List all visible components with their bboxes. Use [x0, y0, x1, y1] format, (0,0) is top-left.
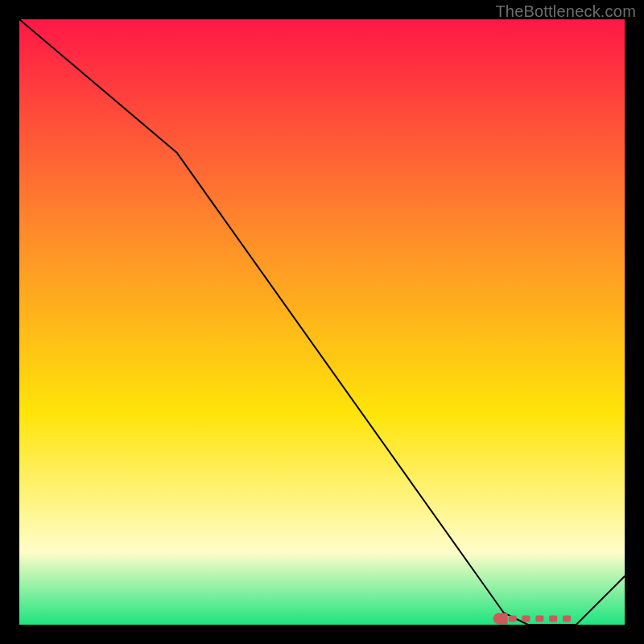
gradient-background — [19, 19, 625, 625]
svg-rect-0 — [509, 616, 517, 622]
svg-rect-1 — [522, 616, 530, 622]
plot-area — [19, 19, 625, 625]
watermark-text: TheBottleneck.com — [495, 2, 636, 21]
svg-rect-4 — [563, 616, 571, 622]
chart-container: TheBottleneck.com — [0, 0, 644, 644]
chart-svg — [19, 19, 625, 625]
svg-rect-3 — [549, 616, 557, 622]
svg-rect-2 — [535, 616, 543, 622]
